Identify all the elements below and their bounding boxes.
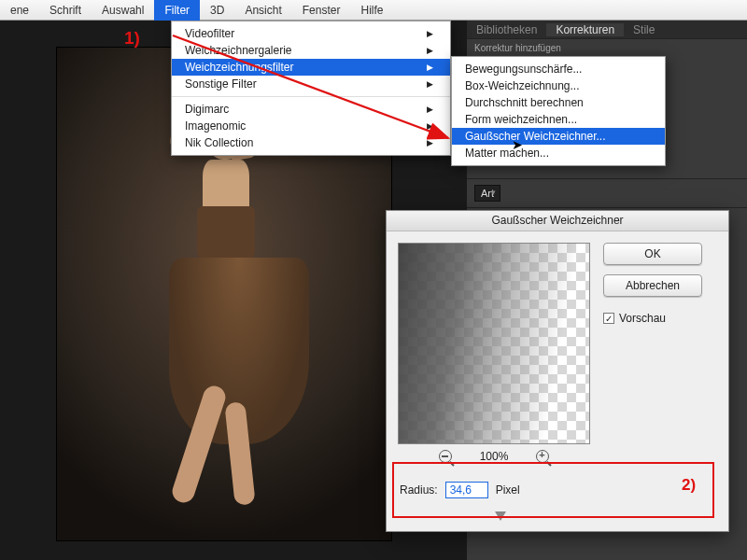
menu-ansicht[interactable]: Ansicht (234, 0, 291, 21)
tab-korrekturen[interactable]: Korrekturen (546, 23, 624, 36)
slider-thumb-icon[interactable] (495, 511, 506, 521)
menu-hilfe[interactable]: Hilfe (350, 0, 393, 21)
chevron-right-icon: ▶ (427, 46, 433, 55)
subitem-bewegungsunschaerfe[interactable]: Bewegungsunschärfe... (452, 61, 665, 77)
dialog-title: Gaußscher Weichzeichner (387, 211, 728, 231)
chevron-right-icon: ▶ (427, 29, 433, 38)
check-icon: ✓ (603, 313, 614, 324)
subitem-durchschnitt[interactable]: Durchschnitt berechnen (452, 94, 665, 111)
zoom-level: 100% (480, 450, 509, 463)
style-select[interactable]: Art (474, 185, 500, 202)
menu-separator (172, 96, 450, 97)
menu-auswahl[interactable]: Auswahl (92, 0, 154, 21)
blur-submenu: Bewegungsunschärfe... Box-Weichzeichnung… (451, 56, 666, 166)
menu-fenster[interactable]: Fenster (292, 0, 351, 21)
menuitem-weichzeichnergalerie[interactable]: Weichzeichnergalerie▶ (172, 42, 450, 59)
menuitem-nik-collection[interactable]: Nik Collection▶ (172, 134, 450, 151)
menu-ebene[interactable]: ene (0, 0, 39, 21)
chevron-right-icon: ▶ (427, 63, 433, 72)
menuitem-weichzeichnungsfilter[interactable]: Weichzeichnungsfilter▶ (172, 59, 450, 76)
chevron-right-icon: ▶ (427, 138, 433, 147)
ok-button[interactable]: OK (603, 243, 702, 265)
zoom-out-icon[interactable] (439, 450, 452, 463)
menuitem-digimarc[interactable]: Digimarc▶ (172, 101, 450, 118)
menu-3d[interactable]: 3D (200, 0, 234, 21)
radius-unit: Pixel (496, 483, 520, 497)
cancel-button[interactable]: Abbrechen (603, 274, 702, 297)
layer-options-row: Art (467, 178, 747, 207)
zoom-in-icon[interactable] (536, 450, 549, 463)
subitem-matter-machen[interactable]: Matter machen... (452, 145, 665, 161)
subitem-gaussscher-weichzeichner[interactable]: Gaußscher Weichzeichner... (452, 128, 665, 145)
menuitem-imagenomic[interactable]: Imagenomic▶ (172, 118, 450, 134)
subitem-form-weichzeichnen[interactable]: Form weichzeichnen... (452, 111, 665, 128)
radius-label: Radius: (400, 483, 438, 497)
menubar: ene Schrift Auswahl Filter 3D Ansicht Fe… (0, 0, 747, 21)
menu-filter[interactable]: Filter (154, 0, 200, 21)
radius-input[interactable]: 34,6 (445, 482, 488, 498)
menuitem-videofilter[interactable]: Videofilter▶ (172, 25, 450, 42)
menuitem-sonstige-filter[interactable]: Sonstige Filter▶ (172, 76, 450, 92)
panel-tabs: Bibliotheken Korrekturen Stile (467, 21, 747, 39)
annotation-step-2: 2) (682, 476, 696, 495)
chevron-right-icon: ▶ (427, 121, 433, 131)
tab-stile[interactable]: Stile (624, 23, 664, 36)
gaussian-blur-dialog: Gaußscher Weichzeichner 100% OK Abbreche… (386, 210, 729, 532)
filter-menu: Videofilter▶ Weichzeichnergalerie▶ Weich… (171, 21, 451, 156)
blur-preview[interactable] (398, 243, 590, 444)
menu-schrift[interactable]: Schrift (39, 0, 92, 21)
tab-bibliotheken[interactable]: Bibliotheken (467, 23, 546, 36)
radius-slider[interactable] (402, 510, 713, 525)
subitem-box-weichzeichnung[interactable]: Box-Weichzeichnung... (452, 77, 665, 94)
chevron-right-icon: ▶ (427, 105, 433, 114)
add-adjustment-label: Korrektur hinzufügen (467, 39, 747, 57)
preview-checkbox[interactable]: ✓ Vorschau (603, 312, 702, 325)
chevron-right-icon: ▶ (427, 79, 433, 89)
annotation-step-1: 1) (124, 28, 140, 49)
